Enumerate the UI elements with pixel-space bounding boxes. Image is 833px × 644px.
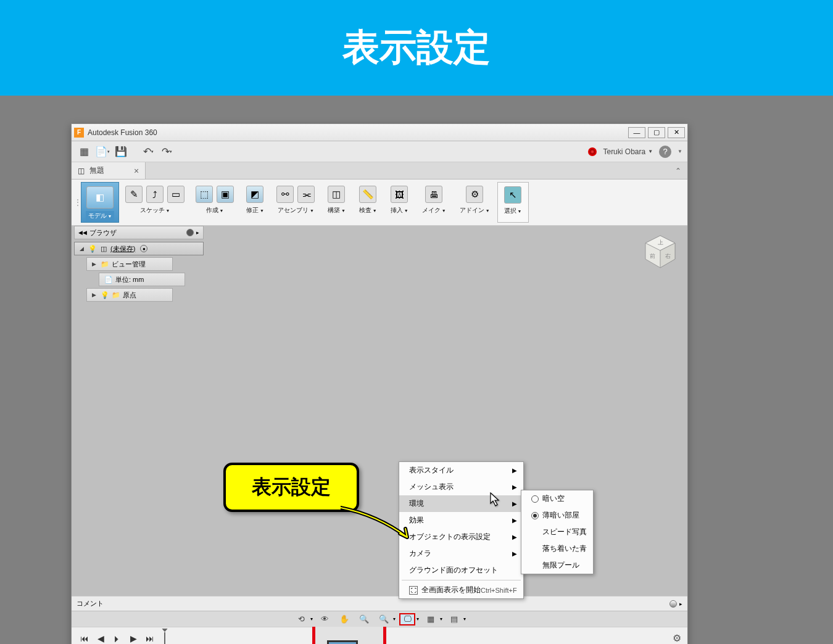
lightbulb-icon[interactable]: 💡 — [101, 291, 109, 299]
ribbon-modify-label[interactable]: 修正▼ — [244, 205, 267, 215]
timeline-start-icon[interactable]: ⏮ — [78, 632, 91, 645]
viewcube[interactable]: 上 前 右 — [642, 233, 679, 270]
document-tab[interactable]: ◫ 無題 × — [72, 162, 146, 179]
submenu-calm-blue[interactable]: 落ち着いた青 — [521, 540, 593, 557]
ribbon-construct-group: ◫ 構築▼ — [321, 182, 352, 223]
app-title: Autodesk Fusion 360 — [88, 128, 628, 137]
sketch-rect-icon[interactable]: ▭ — [167, 186, 184, 203]
timeline-marker[interactable] — [164, 632, 165, 645]
tree-units[interactable]: 📄 単位: mm — [99, 273, 185, 286]
submenu-infinite-pool[interactable]: 無限プール — [521, 557, 593, 574]
addin-gear-icon[interactable]: ⚙ — [466, 186, 483, 203]
box-icon[interactable]: ▣ — [217, 186, 234, 203]
window-controls: — ▢ ✕ — [628, 127, 685, 138]
ribbon-modify-group: ◩ 修正▼ — [240, 182, 270, 223]
pan-icon[interactable]: ✋ — [336, 613, 352, 625]
environment-submenu: 暗い空 薄暗い部屋 スピード写真 落ち着いた青 無限プール — [521, 490, 594, 574]
browser-collapse-icon[interactable] — [186, 229, 194, 236]
ribbon-create-label[interactable]: 作成▼ — [204, 205, 226, 215]
sketch-create-icon[interactable]: ✎ — [125, 186, 143, 203]
help-icon[interactable]: ? — [659, 146, 671, 158]
record-icon[interactable] — [588, 147, 597, 156]
make-print-icon[interactable]: 🖶 — [425, 186, 442, 203]
menu-ground-offset[interactable]: グラウンド面のオフセット — [399, 562, 523, 579]
modify-icon[interactable]: ◩ — [246, 186, 263, 203]
sketch-line-icon[interactable]: ⤴ — [146, 186, 164, 203]
ribbon-grip[interactable]: ⋮ — [75, 182, 80, 223]
assembly-link-icon[interactable]: ⫘ — [297, 186, 315, 203]
comment-add-icon[interactable] — [669, 600, 677, 608]
timeline-prev-icon[interactable]: ◀ — [95, 632, 107, 645]
timeline-end-icon[interactable]: ⏭ — [143, 632, 157, 645]
monitor-icon — [327, 640, 358, 644]
user-name-label: Teruki Obara — [603, 147, 645, 156]
timeline-play-icon[interactable]: ▶ — [128, 632, 139, 645]
app-icon: F — [74, 128, 84, 138]
assembly-joint-icon[interactable]: ⚯ — [276, 186, 294, 203]
menu-mesh-display[interactable]: メッシュ表示▶ — [399, 479, 523, 495]
svg-text:上: 上 — [658, 239, 663, 246]
ribbon-construct-label[interactable]: 構築▼ — [325, 205, 348, 215]
fullscreen-icon: ⛶ — [409, 586, 418, 595]
ribbon-model-group[interactable]: ◧ モデル▼ — [81, 182, 119, 223]
ribbon-inspect-label[interactable]: 検査▼ — [357, 205, 379, 215]
tree-view-manage[interactable]: ▶ 📁 ビュー管理 — [86, 257, 173, 271]
settings-gear-icon[interactable]: ⚙ — [673, 632, 681, 644]
browser-header[interactable]: ◀◀ ブラウザ ▸ — [74, 226, 204, 239]
tree-origin[interactable]: ▶ 💡 📁 原点 — [86, 288, 173, 302]
undo-icon[interactable]: ↶▾ — [141, 144, 155, 159]
document-icon: 📄 — [104, 275, 113, 284]
ribbon-inspect-group: 📏 検査▼ — [353, 182, 383, 223]
ribbon-addin-label[interactable]: アドイン▼ — [457, 205, 492, 215]
ribbon-sketch-label[interactable]: スケッチ▼ — [138, 205, 173, 215]
radio-checked-icon — [531, 512, 539, 519]
insert-image-icon[interactable]: 🖼 — [391, 186, 408, 203]
folder-icon: 📁 — [101, 260, 109, 268]
save-icon[interactable]: 💾 — [114, 144, 128, 159]
tree-root-label: (未保存) — [110, 244, 135, 254]
close-tab-icon[interactable]: × — [134, 166, 139, 176]
measure-icon[interactable]: 📏 — [359, 186, 376, 203]
expand-icon[interactable]: ⌃ — [669, 167, 687, 175]
zoom-icon[interactable]: 🔍 — [356, 613, 372, 625]
orbit-icon[interactable]: ⟲ — [293, 613, 309, 625]
user-menu[interactable]: Teruki Obara ▼ — [603, 147, 653, 156]
close-button[interactable]: ✕ — [668, 127, 685, 138]
model-cube-icon[interactable]: ◧ — [86, 186, 114, 208]
construct-plane-icon[interactable]: ◫ — [328, 186, 345, 203]
callout-pointer — [341, 503, 421, 547]
cube-icon: ◫ — [78, 167, 85, 175]
browser-panel: ◀◀ ブラウザ ▸ ◢ 💡 ◫ (未保存) ● ▶ 📁 ビュー管理 — [74, 226, 204, 304]
ribbon-make-label[interactable]: メイク▼ — [420, 205, 449, 215]
menu-display-style[interactable]: 表示スタイル▶ — [399, 462, 523, 479]
minimize-button[interactable]: — — [628, 127, 645, 138]
submenu-dim-room[interactable]: 薄暗い部屋 — [521, 507, 593, 524]
ribbon-assembly-label[interactable]: アセンブリ▼ — [275, 205, 317, 215]
display-settings-button[interactable]: 🖵 — [399, 613, 415, 625]
browser-tree: ◢ 💡 ◫ (未保存) ● ▶ 📁 ビュー管理 📄 単位: mm ▶ — [74, 239, 204, 304]
app-window: F Autodesk Fusion 360 — ▢ ✕ ▦ 📄▾ 💾 ↶▾ ↷▾… — [71, 123, 688, 644]
ribbon-model-label[interactable]: モデル▼ — [86, 211, 115, 221]
menu-camera[interactable]: カメラ▶ — [399, 545, 523, 562]
tree-origin-label: 原点 — [123, 291, 136, 300]
file-icon[interactable]: 📄▾ — [95, 144, 110, 159]
grid-settings-icon[interactable]: ▦ — [423, 613, 439, 625]
grid-icon[interactable]: ▦ — [77, 144, 91, 159]
submenu-speed-photo[interactable]: スピード写真 — [521, 524, 593, 540]
tree-root[interactable]: ◢ 💡 ◫ (未保存) ● — [74, 242, 204, 255]
redo-icon[interactable]: ↷▾ — [159, 144, 174, 159]
menu-fullscreen[interactable]: ⛶全画面表示を開始Ctrl+Shift+F — [399, 582, 523, 598]
timeline-next-icon[interactable]: ⏵ — [110, 632, 124, 645]
extrude-icon[interactable]: ⬚ — [196, 186, 213, 203]
look-icon[interactable]: 👁 — [317, 613, 333, 625]
lightbulb-icon[interactable]: 💡 — [88, 244, 97, 253]
ribbon-insert-label[interactable]: 挿入▼ — [388, 205, 411, 215]
select-cursor-icon[interactable]: ↖ — [504, 186, 521, 204]
viewport-layout-icon[interactable]: ▤ — [446, 613, 462, 625]
tree-view-label: ビュー管理 — [112, 260, 146, 269]
submenu-dark-sky[interactable]: 暗い空 — [521, 490, 593, 507]
maximize-button[interactable]: ▢ — [648, 127, 665, 138]
ribbon-addin-group: ⚙ アドイン▼ — [454, 182, 496, 223]
zoom-fit-icon[interactable]: 🔍 — [376, 613, 392, 625]
ribbon-select-label[interactable]: 選択▼ — [502, 206, 524, 216]
